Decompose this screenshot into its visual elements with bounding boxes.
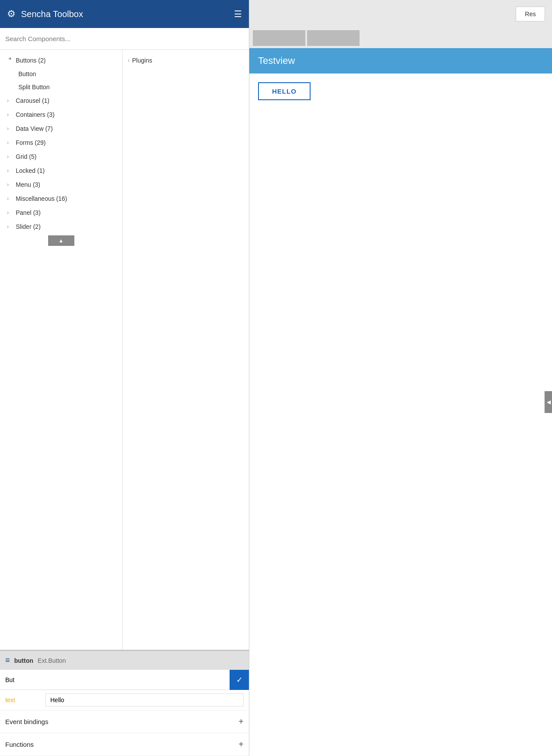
category-grid[interactable]: › Grid (5): [0, 150, 122, 164]
category-miscellaneous[interactable]: › Miscellaneous (16): [0, 192, 122, 206]
search-bar: [0, 28, 249, 50]
right-top-bar: Res: [249, 0, 552, 28]
collapse-panel-handle[interactable]: ◀: [545, 391, 552, 413]
menu-icon[interactable]: ☰: [234, 9, 242, 19]
collapse-arrow-icon: ◀: [547, 399, 551, 405]
app-logo-icon: ⚙: [7, 8, 16, 20]
category-containers-label: Containers (3): [16, 111, 55, 118]
category-slider[interactable]: › Slider (2): [0, 220, 122, 234]
category-dataview[interactable]: › Data View (7): [0, 122, 122, 136]
text-property-input[interactable]: [45, 693, 244, 707]
checkmark-icon: ✓: [236, 675, 243, 685]
category-locked[interactable]: › Locked (1): [0, 164, 122, 178]
category-buttons[interactable]: ▾ Buttons (2): [0, 53, 122, 67]
left-panel: ⚙ Sencha Toolbox ☰ ▾ Buttons (2) Button …: [0, 0, 249, 756]
tree-left-column: ▾ Buttons (2) Button Split Button › Caro…: [0, 50, 122, 650]
tab-button-2[interactable]: [307, 30, 360, 46]
text-property-label: text: [5, 696, 40, 704]
category-slider-label: Slider (2): [16, 223, 41, 230]
hello-button[interactable]: HELLO: [258, 82, 311, 100]
toolbar-component-class: Ext.Button: [38, 657, 66, 664]
category-buttons-label: Buttons (2): [16, 57, 45, 64]
category-forms-label: Forms (29): [16, 139, 45, 146]
category-menu[interactable]: › Menu (3): [0, 178, 122, 192]
chevron-dataview-icon: ›: [7, 126, 13, 132]
bottom-toolbar: ≡ button Ext.Button: [0, 651, 249, 670]
search-input[interactable]: [5, 35, 244, 42]
functions-label: Functions: [5, 741, 34, 748]
chevron-panel-icon: ›: [7, 210, 13, 216]
name-input-row: ✓: [0, 670, 249, 690]
category-panel[interactable]: › Panel (3): [0, 206, 122, 220]
testview-body: HELLO: [249, 74, 552, 109]
scroll-up-handle[interactable]: ▲: [0, 234, 122, 248]
component-tree: ▾ Buttons (2) Button Split Button › Caro…: [0, 50, 249, 651]
chevron-forms-icon: ›: [7, 140, 13, 146]
chevron-locked-icon: ›: [7, 168, 13, 174]
tree-item-splitbutton[interactable]: Split Button: [0, 80, 122, 94]
right-tab-bar: [249, 28, 552, 48]
chevron-containers-icon: ›: [7, 112, 13, 118]
tab-button-1[interactable]: [253, 30, 305, 46]
category-panel-label: Panel (3): [16, 209, 41, 216]
category-menu-label: Menu (3): [16, 181, 40, 188]
component-name-input[interactable]: [0, 670, 230, 690]
event-bindings-add-icon[interactable]: +: [238, 717, 244, 727]
chevron-carousel-icon: ›: [7, 98, 13, 104]
app-title: Sencha Toolbox: [21, 9, 229, 19]
chevron-grid-icon: ›: [7, 154, 13, 160]
reset-button[interactable]: Res: [516, 7, 545, 21]
right-panel: Res Testview HELLO ◀: [249, 0, 552, 756]
preview-area: Testview HELLO ◀: [249, 48, 552, 756]
category-forms[interactable]: › Forms (29): [0, 136, 122, 150]
event-bindings-label: Event bindings: [5, 718, 48, 725]
plugins-label: Plugins: [132, 57, 152, 64]
chevron-menu-icon: ›: [7, 182, 13, 188]
category-locked-label: Locked (1): [16, 167, 45, 174]
tree-item-button[interactable]: Button: [0, 67, 122, 80]
chevron-buttons-icon: ▾: [7, 57, 13, 63]
tree-right-column: › Plugins: [122, 50, 249, 650]
category-dataview-label: Data View (7): [16, 125, 53, 132]
app-header: ⚙ Sencha Toolbox ☰: [0, 0, 249, 28]
functions-row[interactable]: Functions +: [0, 733, 249, 756]
event-bindings-row[interactable]: Event bindings +: [0, 710, 249, 733]
chevron-misc-icon: ›: [7, 196, 13, 202]
scroll-up-button[interactable]: ▲: [48, 235, 74, 246]
testview-title: Testview: [258, 55, 295, 66]
properties-area: ✓ text Event bindings + Functions +: [0, 670, 249, 756]
component-list-icon: ≡: [5, 656, 10, 665]
chevron-plugins-icon: ›: [128, 57, 129, 63]
toolbar-component-name: button: [14, 657, 34, 664]
text-property-row: text: [0, 690, 249, 710]
testview-header: Testview: [249, 48, 552, 74]
chevron-slider-icon: ›: [7, 224, 13, 230]
category-grid-label: Grid (5): [16, 153, 36, 160]
category-carousel[interactable]: › Carousel (1): [0, 94, 122, 108]
name-confirm-button[interactable]: ✓: [230, 670, 249, 690]
category-carousel-label: Carousel (1): [16, 97, 49, 104]
plugins-category[interactable]: › Plugins: [122, 53, 249, 67]
category-misc-label: Miscellaneous (16): [16, 195, 67, 202]
category-containers[interactable]: › Containers (3): [0, 108, 122, 122]
functions-add-icon[interactable]: +: [238, 739, 244, 749]
